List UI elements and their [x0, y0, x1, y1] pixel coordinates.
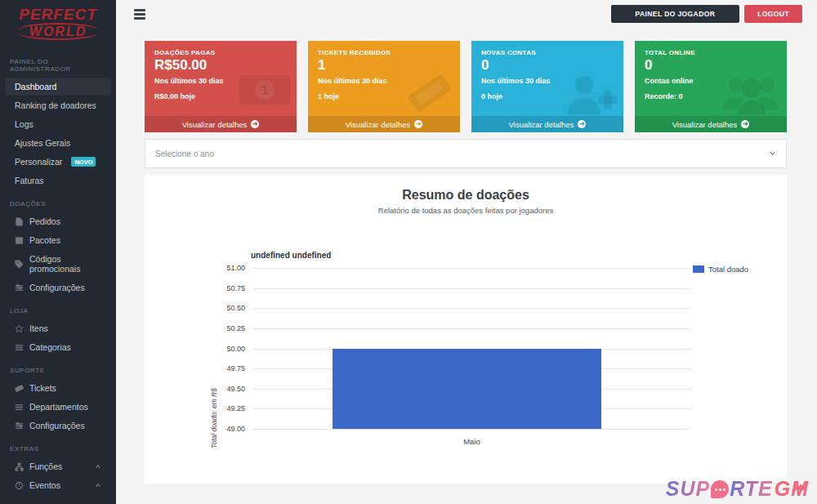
card-title: DOAÇÕES PAGAS [154, 49, 287, 56]
donation-summary-panel: Resumo de doações Relatório de todas as … [145, 175, 787, 484]
users-icon [720, 72, 782, 121]
sidebar-item-categorias[interactable]: Categorias [5, 338, 111, 356]
chart-legend: Total doado [693, 265, 748, 274]
list-icon [15, 343, 24, 352]
logo-line1: PERFECT [8, 7, 108, 23]
ticket-icon [404, 72, 455, 118]
sidebar-item-suporte-configuracoes[interactable]: Configurações [5, 417, 111, 435]
player-panel-button[interactable]: PAINEL DO JOGADOR [611, 5, 740, 23]
card-value: R$50.00 [154, 57, 287, 74]
tag-icon [15, 260, 24, 269]
sidebar-item-eventos[interactable]: Eventos [5, 476, 111, 494]
bar-total-doado[interactable] [333, 349, 601, 430]
ticket-icon [15, 384, 24, 393]
sliders-icon [15, 421, 24, 430]
arrow-circle-right-icon: ➜ [578, 120, 586, 128]
bar-chart: undefined undefined Total doado: em R$ 5… [145, 244, 787, 484]
file-icon [15, 217, 24, 226]
section-label-admin: PAINEL DO ADMINISTRADOR [0, 48, 116, 77]
sidebar-item-tickets[interactable]: Tickets [5, 379, 111, 397]
box-icon [15, 236, 24, 245]
card-title: TICKETS RECEBIDOS [318, 49, 450, 56]
logout-button[interactable]: LOGOUT [744, 5, 802, 23]
gamepad-icon [15, 481, 24, 490]
chevron-down-icon [769, 149, 776, 158]
crown-icon [794, 471, 807, 478]
section-label-contas: CONTAS [0, 495, 116, 504]
sliders-icon [15, 283, 24, 292]
sidebar-item-logs[interactable]: Logs [5, 115, 111, 133]
card-footer-link[interactable]: Visualizar detalhes ➜ [145, 116, 297, 132]
arrow-circle-right-icon: ➜ [741, 120, 749, 128]
sidebar-item-faturas[interactable]: Faturas [5, 172, 111, 190]
plot-area: 51.0050.7550.5050.2550.0049.7549.5049.25… [253, 268, 690, 429]
list-icon [15, 403, 24, 412]
hamburger-menu-icon[interactable] [134, 9, 145, 20]
card-value: 0 [645, 57, 777, 74]
chat-bubble-icon [711, 480, 729, 498]
sidebar-item-ajustes-gerais[interactable]: Ajustes Gerais [5, 134, 111, 152]
sidebar-item-personalizar[interactable]: PersonalizarNOVO [5, 153, 111, 171]
card-novas-contas: NOVAS CONTAS 0 Nos últimos 30 dias 0 hoj… [471, 41, 623, 132]
sidebar-item-pedidos[interactable]: Pedidos [5, 212, 111, 230]
year-select-label: Selecione o ano [155, 149, 214, 158]
chevron-up-icon [95, 462, 101, 471]
card-footer-link[interactable]: Visualizar detalhes ➜ [308, 116, 460, 132]
card-title: NOVAS CONTAS [481, 49, 614, 56]
section-label-doacoes: DOAÇÕES [0, 190, 116, 212]
suportegm-logo: SUP RTE GM [666, 477, 809, 501]
sidebar-item-pacotes[interactable]: Pacotes [5, 231, 111, 249]
sidebar-item-funcoes[interactable]: Funções [5, 457, 111, 475]
topbar: PAINEL DO JOGADOR LOGOUT [116, 0, 817, 28]
novo-badge: NOVO [71, 157, 96, 167]
arrow-circle-right-icon: ➜ [414, 120, 422, 128]
year-select[interactable]: Selecione o ano [145, 139, 787, 168]
perfect-world-logo: PERFECT WORLD [0, 0, 116, 48]
y-axis-label: Total doado: em R$ [184, 337, 244, 498]
sidebar-item-codigos-promocionais[interactable]: Códigos promocionais [5, 250, 111, 278]
sidebar-item-ranking-doadores[interactable]: Ranking de doadores [5, 96, 111, 114]
arrow-circle-right-icon: ➜ [251, 120, 259, 128]
card-footer-link[interactable]: Visualizar detalhes ➜ [635, 116, 787, 132]
logo-line2: WORLD [18, 23, 98, 40]
card-title: TOTAL ONLINE [645, 49, 777, 56]
card-doacoes-pagas: DOAÇÕES PAGAS R$50.00 Nos últimos 30 dia… [145, 41, 297, 132]
star-icon [15, 324, 24, 333]
legend-label: Total doado [708, 265, 748, 274]
legend-color-swatch [693, 265, 704, 273]
watermark-text-sup: SUP [666, 477, 710, 501]
panel-title: Resumo de doações [145, 175, 787, 203]
watermark-text-gm: GM [775, 477, 809, 501]
section-label-suporte: SUPORTE [0, 357, 116, 378]
money-bill-icon: 1 [238, 72, 292, 111]
x-axis-category: Maio [253, 437, 690, 446]
sidebar-item-departamentos[interactable]: Departamentos [5, 398, 111, 416]
sidebar-item-dashboard[interactable]: Dashboard [5, 78, 111, 96]
section-label-extras: EXTRAS [0, 435, 116, 457]
sidebar-item-itens[interactable]: Itens [5, 319, 111, 337]
chevron-up-icon [95, 480, 101, 490]
user-plus-icon [561, 72, 618, 121]
section-label-loja: LOJA [0, 297, 116, 319]
card-value: 1 [318, 57, 450, 74]
card-total-online: TOTAL ONLINE 0 Contas online Recorde: 0 … [635, 41, 787, 132]
card-value: 0 [481, 57, 614, 74]
svg-text:1: 1 [261, 83, 268, 98]
sidebar-item-doacoes-configuracoes[interactable]: Configurações [5, 279, 111, 297]
card-tickets-recebidos: TICKETS RECEBIDOS 1 Nos últimos 30 dias … [308, 41, 460, 132]
panel-subtitle: Relatório de todas as doações feitas por… [145, 206, 787, 215]
stat-cards-row: DOAÇÕES PAGAS R$50.00 Nos últimos 30 dia… [145, 41, 787, 132]
chart-title: undefined undefined [251, 251, 331, 260]
sitemap-icon [15, 462, 24, 471]
sidebar: PERFECT WORLD PAINEL DO ADMINISTRADOR Da… [0, 0, 116, 504]
watermark-text-rte: RTE [730, 477, 773, 501]
main-content: DOAÇÕES PAGAS R$50.00 Nos últimos 30 dia… [145, 41, 787, 484]
card-footer-link[interactable]: Visualizar detalhes ➜ [471, 116, 623, 132]
